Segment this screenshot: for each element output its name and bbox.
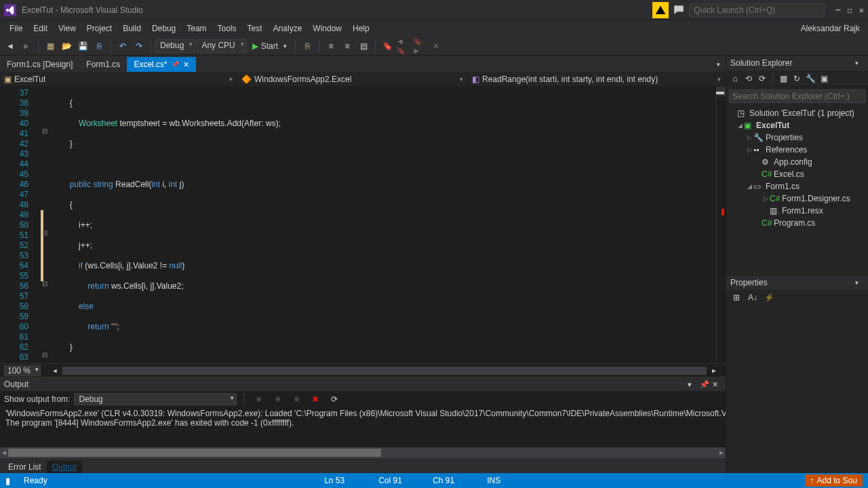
- props-categorized-button[interactable]: ⊞: [729, 290, 744, 305]
- next-bookmark[interactable]: 🔖►: [412, 39, 427, 54]
- menu-build[interactable]: Build: [117, 22, 146, 35]
- output-goto-button[interactable]: ⟳: [327, 392, 342, 407]
- tree-appconfig[interactable]: ⚙App.config: [726, 156, 868, 168]
- menu-tools[interactable]: Tools: [212, 22, 242, 35]
- fold-column[interactable]: [42, 87, 52, 363]
- vertical-scrollbar[interactable]: ▬: [716, 87, 726, 363]
- status-line: Ln 53: [324, 476, 365, 485]
- output-clear2-button[interactable]: ✖: [308, 392, 323, 407]
- tab-output[interactable]: Output: [47, 461, 82, 473]
- tree-excel[interactable]: C#Excel.cs: [726, 168, 868, 180]
- se-dropdown-icon[interactable]: ▾: [849, 56, 864, 70]
- toggle-bookmark[interactable]: 🔖: [380, 39, 395, 54]
- user-name[interactable]: Aleksandar Rajk: [801, 24, 864, 33]
- comment-button[interactable]: ≡: [323, 39, 338, 54]
- output-toggle-button[interactable]: ≡: [270, 392, 285, 407]
- uncomment-button[interactable]: ≡: [340, 39, 355, 54]
- bookmark-button[interactable]: ▤: [356, 39, 371, 54]
- menu-window[interactable]: Window: [307, 22, 347, 35]
- platform-combo[interactable]: Any CPU: [197, 39, 246, 53]
- props-events-button[interactable]: ⚡: [762, 290, 776, 305]
- tree-form1designer[interactable]: ▷C#Form1.Designer.cs: [726, 192, 868, 205]
- tab-form1-design[interactable]: Form1.cs [Design]: [0, 57, 79, 72]
- scope-method-combo[interactable]: ◧ReadRange(int starti, int starty, int e…: [468, 73, 726, 85]
- config-combo[interactable]: Debug: [155, 39, 195, 53]
- tree-solution[interactable]: ◳Solution 'ExcelTut' (1 project): [726, 107, 868, 119]
- menu-debug[interactable]: Debug: [146, 22, 181, 35]
- hscroll-left[interactable]: ◄: [47, 363, 62, 378]
- panel-dropdown-icon[interactable]: ▾: [688, 380, 697, 389]
- tree-references[interactable]: ▷▪▪References: [726, 144, 868, 156]
- split-handle[interactable]: ▬: [716, 87, 726, 96]
- save-all-button[interactable]: ⎘: [92, 39, 106, 54]
- hscroll-right[interactable]: ►: [707, 363, 722, 378]
- csproj-icon: ▣: [4, 75, 12, 84]
- panel-pin-icon[interactable]: 📌: [700, 380, 709, 389]
- close-button[interactable]: ✕: [859, 5, 864, 15]
- prev-bookmark[interactable]: ◄🔖: [396, 39, 411, 54]
- menu-project[interactable]: Project: [81, 22, 117, 35]
- tree-project[interactable]: ◢▣ExcelTut: [726, 119, 868, 131]
- start-debug-button[interactable]: ▶Start▾: [248, 40, 291, 52]
- menu-bar: File Edit View Project Build Debug Team …: [0, 20, 868, 37]
- scope-project-combo[interactable]: ▣ExcelTut: [0, 73, 237, 85]
- tree-program[interactable]: C#Program.cs: [726, 217, 868, 229]
- menu-view[interactable]: View: [53, 22, 81, 35]
- tree-properties[interactable]: ▷🔧Properties: [726, 131, 868, 144]
- zoom-combo[interactable]: 100 %: [4, 365, 41, 376]
- scope-class-combo[interactable]: 🔶WindowsFormsApp2.Excel: [237, 73, 468, 85]
- se-preview-button[interactable]: ▣: [818, 73, 830, 85]
- tree-form1[interactable]: ◢▭Form1.cs: [726, 180, 868, 192]
- se-home-button[interactable]: ⌂: [729, 73, 741, 85]
- step-button[interactable]: ⎘: [300, 39, 315, 54]
- close-tab-icon[interactable]: ✕: [183, 60, 189, 69]
- add-to-source-button[interactable]: ↑Add to Sou: [805, 474, 863, 487]
- se-refresh-button[interactable]: ↻: [791, 73, 803, 85]
- feedback-icon[interactable]: [673, 4, 685, 16]
- tab-error-list[interactable]: Error List: [3, 461, 47, 473]
- se-props-button[interactable]: 🔧: [804, 73, 816, 85]
- nav-back-button[interactable]: ◄: [3, 39, 18, 54]
- csproj-icon: ▣: [744, 121, 755, 130]
- open-button[interactable]: 📂: [59, 39, 74, 54]
- menu-analyze[interactable]: Analyze: [268, 22, 308, 35]
- output-hscroll[interactable]: ◄►: [0, 447, 726, 458]
- se-collapse-button[interactable]: ⟲: [743, 73, 755, 85]
- output-clear-button[interactable]: ≡: [251, 392, 266, 407]
- tab-overflow-button[interactable]: ▾: [711, 57, 726, 72]
- code-editor[interactable]: { Worksheet temptsheet = wb.Worksheets.A…: [52, 87, 716, 363]
- redo-button[interactable]: ↷: [132, 39, 146, 54]
- menu-file[interactable]: File: [4, 22, 28, 35]
- solution-tree[interactable]: ◳Solution 'ExcelTut' (1 project) ◢▣Excel…: [726, 106, 868, 276]
- nav-fwd-button[interactable]: ►: [19, 39, 34, 54]
- panel-close-icon[interactable]: ✕: [712, 380, 722, 389]
- pin-icon[interactable]: 📌: [172, 61, 179, 68]
- quick-launch-input[interactable]: [689, 3, 825, 17]
- editor-hscroll[interactable]: [62, 367, 707, 375]
- props-alpha-button[interactable]: A↓: [745, 290, 760, 305]
- notification-badge[interactable]: [652, 2, 669, 18]
- maximize-button[interactable]: ☐: [848, 5, 852, 15]
- se-sync-button[interactable]: ⟳: [756, 73, 768, 85]
- menu-help[interactable]: Help: [347, 22, 375, 35]
- output-wrap-button[interactable]: ≡: [289, 392, 304, 407]
- undo-button[interactable]: ↶: [115, 39, 130, 54]
- menu-edit[interactable]: Edit: [28, 22, 53, 35]
- class-icon: 🔶: [241, 75, 252, 84]
- minimize-button[interactable]: ─: [835, 5, 840, 15]
- tab-excel[interactable]: Excel.cs*📌✕: [127, 57, 195, 72]
- props-grid[interactable]: [726, 306, 868, 473]
- se-search-input[interactable]: [729, 89, 865, 103]
- output-text[interactable]: 'WindowsFormsApp2.exe' (CLR v4.0.30319: …: [0, 407, 726, 447]
- props-dropdown-icon[interactable]: ▾: [849, 275, 864, 290]
- menu-test[interactable]: Test: [242, 22, 268, 35]
- output-source-combo[interactable]: Debug: [74, 393, 237, 405]
- save-button[interactable]: 💾: [75, 39, 90, 54]
- clear-bookmarks[interactable]: ✕: [429, 39, 443, 54]
- tree-form1resx[interactable]: ▥Form1.resx: [726, 205, 868, 217]
- tab-form1[interactable]: Form1.cs: [79, 57, 127, 72]
- se-showall-button[interactable]: ▦: [777, 73, 789, 85]
- new-project-button[interactable]: ▦: [43, 39, 58, 54]
- menu-team[interactable]: Team: [181, 22, 212, 35]
- error-marker[interactable]: [722, 209, 724, 216]
